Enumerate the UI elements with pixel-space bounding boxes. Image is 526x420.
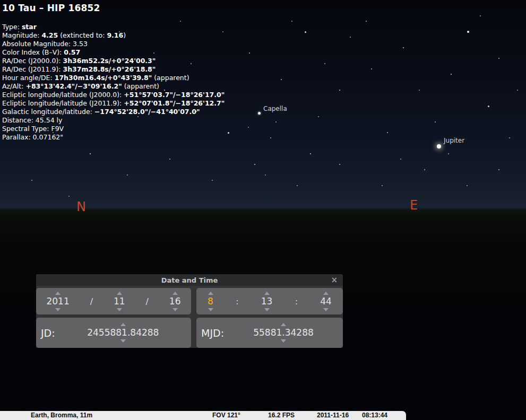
minute-down-arrow[interactable] xyxy=(264,308,270,311)
year-value[interactable]: 2011 xyxy=(46,297,69,306)
stellarium-window: CapellaJupiter NE 10 Tau – HIP 16852 Typ… xyxy=(0,0,526,420)
object-info-panel: Type: starMagnitude: 4.25 (extincted to:… xyxy=(2,23,225,142)
mjd-value[interactable]: 55881.34288 xyxy=(253,328,314,337)
year-spinner: 2011 xyxy=(46,292,69,311)
second-down-arrow[interactable] xyxy=(323,308,329,311)
hour-down-arrow[interactable] xyxy=(208,308,213,311)
month-value[interactable]: 11 xyxy=(114,297,125,306)
object-info-line: Absolute Magnitude: 3.53 xyxy=(2,40,225,48)
year-up-arrow[interactable] xyxy=(55,292,61,295)
dialog-titlebar[interactable]: Date and Time × xyxy=(36,274,343,286)
month-spinner: 11 xyxy=(114,292,125,311)
separator: / xyxy=(90,296,93,307)
mjd-spinner: 55881.34288 xyxy=(253,323,314,343)
object-info-line: RA/Dec (J2000.0): 3h36m52.2s/+0°24'00.3" xyxy=(2,57,225,65)
hour-spinner: 8 xyxy=(208,292,213,311)
minute-up-arrow[interactable] xyxy=(264,292,270,295)
status-fov: FOV 121° xyxy=(212,412,240,419)
date-time-dialog: Date and Time × 2011/11/16 8:13:44 JD: 2… xyxy=(36,274,343,348)
selected-object-title: 10 Tau – HIP 16852 xyxy=(2,3,100,13)
jd-spinner: 2455881.84288 xyxy=(55,323,191,343)
status-time: 08:13:44 xyxy=(362,412,387,419)
second-value[interactable]: 44 xyxy=(320,297,332,306)
object-info-line: Ecliptic longitude/latitude (J2000.0): +… xyxy=(2,91,225,99)
second-up-arrow[interactable] xyxy=(323,292,329,295)
object-info-line: Distance: 45.54 ly xyxy=(2,116,225,125)
cardinal-N: N xyxy=(76,199,86,214)
minute-value[interactable]: 13 xyxy=(261,297,273,306)
separator: : xyxy=(236,296,238,307)
object-info-line: Color Index (B–V): 0.57 xyxy=(2,48,225,57)
second-spinner: 44 xyxy=(320,292,332,311)
object-info-line: RA/Dec (J2011.9): 3h37m28.8s/+0°26'18.8" xyxy=(2,65,225,74)
dialog-title: Date and Time xyxy=(161,276,218,284)
jd-spinner: 2455881.84288 xyxy=(87,323,159,343)
mjd-up-arrow[interactable] xyxy=(281,323,286,326)
year-down-arrow[interactable] xyxy=(55,308,61,311)
mjd-label: MJD: xyxy=(196,327,224,339)
date-spinner-group: 2011/11/16 xyxy=(36,288,191,314)
object-info-line: Hour angle/DE: 17h30m16.4s/+0°43'39.8" (… xyxy=(2,74,225,82)
close-icon[interactable]: × xyxy=(331,275,338,285)
jd-up-arrow[interactable] xyxy=(120,323,126,326)
jd-value[interactable]: 2455881.84288 xyxy=(87,328,159,337)
object-info-line: Az/Alt: +83°13'42.4"/−3°09'16.2" (appare… xyxy=(2,82,225,91)
jd-group: JD: 2455881.84288 xyxy=(36,318,191,348)
status-bar: Earth, Bromma, 11m FOV 121° 16.2 FPS 201… xyxy=(0,411,406,420)
object-info-line: Magnitude: 4.25 (extincted to: 9.16) xyxy=(2,31,225,40)
day-value[interactable]: 16 xyxy=(169,297,181,306)
hour-up-arrow[interactable] xyxy=(208,292,213,295)
jd-down-arrow[interactable] xyxy=(120,339,126,343)
day-spinner: 16 xyxy=(169,292,181,311)
cardinal-E: E xyxy=(410,198,418,213)
mjd-down-arrow[interactable] xyxy=(281,339,286,343)
day-down-arrow[interactable] xyxy=(173,308,178,311)
hour-value[interactable]: 8 xyxy=(208,297,213,306)
object-info-line: Galactic longitude/latitude: −174°52'28.… xyxy=(2,108,225,116)
status-fps: 16.2 FPS xyxy=(268,412,295,419)
object-info-line: Parallax: 0.07162" xyxy=(2,133,225,142)
month-down-arrow[interactable] xyxy=(117,308,122,311)
day-up-arrow[interactable] xyxy=(173,292,178,295)
status-date: 2011-11-16 xyxy=(317,412,349,419)
separator: : xyxy=(295,296,298,307)
minute-spinner: 13 xyxy=(261,292,273,311)
status-location: Earth, Bromma, 11m xyxy=(31,412,92,419)
jd-label: JD: xyxy=(36,327,55,339)
object-info-line: Ecliptic longitude/latitude (J2011.9): +… xyxy=(2,99,225,108)
mjd-group: MJD: 55881.34288 xyxy=(196,318,343,348)
month-up-arrow[interactable] xyxy=(117,292,122,295)
time-spinner-group: 8:13:44 xyxy=(196,288,343,314)
mjd-spinner: 55881.34288 xyxy=(224,323,343,343)
object-info-line: Spectral Type: F9V xyxy=(2,125,225,133)
separator: / xyxy=(146,296,149,307)
object-info-line: Type: star xyxy=(2,23,225,31)
